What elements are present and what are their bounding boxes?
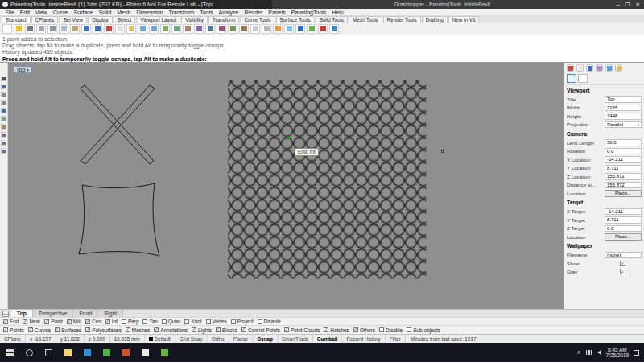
join-icon[interactable] — [205, 24, 215, 34]
checkbox-icon[interactable] — [105, 319, 110, 324]
osnap-toggle[interactable]: Cen — [85, 319, 101, 324]
property-value[interactable]: -14.211 — [605, 156, 642, 163]
filter-toggle[interactable]: Annotations — [154, 327, 188, 333]
checkbox-icon[interactable] — [55, 327, 60, 332]
property-value[interactable]: 155.872 — [605, 173, 642, 180]
copy-icon[interactable] — [59, 24, 68, 34]
checkbox-icon[interactable] — [206, 319, 211, 324]
filter-toggle[interactable]: Control Points — [242, 327, 280, 333]
filter-toggle[interactable]: Point Clouds — [284, 327, 320, 333]
mirror-icon[interactable] — [194, 24, 204, 34]
lock-icon[interactable] — [262, 24, 271, 34]
redo-icon[interactable] — [93, 24, 102, 34]
viewport-canvas[interactable]: Top ▾ End, Int — [8, 63, 564, 309]
filter-toggle[interactable]: Blocks — [216, 327, 237, 333]
select-icon[interactable] — [115, 24, 125, 34]
checkbox-icon[interactable] — [324, 327, 328, 332]
transform-icon[interactable] — [1, 148, 6, 154]
help-icon[interactable] — [329, 24, 339, 34]
render-icon[interactable] — [295, 24, 305, 34]
toolbar-tab[interactable]: Viewport Layout — [136, 16, 180, 23]
toolbar-tab[interactable]: Drafting — [422, 16, 448, 23]
status-pane-toggle[interactable]: Record History — [342, 335, 385, 343]
circle-icon[interactable] — [1, 92, 6, 97]
osnap-toggle[interactable]: Knot — [184, 319, 201, 324]
explode-icon[interactable] — [217, 24, 226, 34]
property-value[interactable]: 155.872 — [605, 182, 642, 189]
property-value[interactable]: Place... — [605, 233, 642, 241]
chevron-up-icon[interactable]: ∧ — [576, 349, 580, 356]
start-button[interactable] — [0, 343, 19, 362]
checkbox-icon[interactable] — [85, 319, 90, 324]
polyline-icon[interactable] — [1, 84, 6, 89]
taskbar-app-button[interactable] — [116, 343, 135, 362]
checkbox-icon[interactable] — [28, 327, 33, 332]
checkbox-icon[interactable] — [379, 327, 384, 332]
osnap-toggle[interactable]: Project — [231, 319, 254, 324]
osnap-toggle[interactable]: Int — [105, 319, 118, 324]
toolbar-tab[interactable]: Surface Tools — [276, 16, 315, 23]
checkbox-icon[interactable] — [184, 319, 189, 324]
property-value[interactable]: 1448 — [605, 113, 642, 120]
scale-icon[interactable] — [183, 24, 192, 34]
property-value[interactable]: -14.211 — [605, 208, 642, 216]
menu-item[interactable]: Dimension — [134, 10, 166, 15]
cortana-search-button[interactable] — [19, 343, 39, 362]
menu-item[interactable]: Surface — [71, 10, 96, 15]
checkbox-icon[interactable] — [284, 327, 289, 332]
curve-icon[interactable] — [1, 108, 6, 113]
menu-item[interactable]: Render — [242, 10, 266, 15]
help-icon[interactable] — [605, 64, 613, 72]
menu-item[interactable]: Edit — [17, 10, 32, 15]
checkbox-icon[interactable] — [44, 319, 49, 324]
checkbox-icon[interactable] — [216, 327, 221, 332]
rotate-icon[interactable] — [171, 24, 181, 34]
property-checkbox[interactable] — [620, 269, 625, 274]
checkbox-icon[interactable] — [23, 319, 27, 324]
filter-toggle[interactable]: Surfaces — [55, 327, 81, 333]
menu-item[interactable]: PanelingTools — [288, 10, 329, 15]
task-view-button[interactable] — [39, 343, 58, 362]
menu-item[interactable]: Solid — [96, 10, 114, 15]
viewport-tab[interactable]: Right — [98, 310, 123, 317]
toolbar-tab[interactable]: CPlanes — [31, 16, 59, 23]
status-pane-toggle[interactable]: Planar — [229, 335, 253, 343]
grasshopper-title-bar[interactable]: Grasshopper - PanelingTools_InsideRevit.… — [272, 0, 644, 9]
viewport-title[interactable]: Top ▾ — [13, 66, 32, 73]
save-icon[interactable] — [25, 24, 35, 34]
toolbar-tab[interactable]: Transform — [208, 16, 239, 23]
taskbar-app-button[interactable] — [77, 343, 97, 362]
menu-item[interactable]: Mesh — [114, 10, 134, 15]
surface-icon[interactable] — [1, 116, 6, 121]
status-pane-toggle[interactable]: Gumball — [313, 335, 343, 343]
property-value[interactable]: 0.0 — [605, 225, 642, 232]
osnap-toggle[interactable]: Vertex — [206, 319, 227, 324]
filter-toggle[interactable]: Curves — [28, 327, 51, 333]
viewport-tab[interactable]: Perspective — [33, 310, 74, 317]
property-value[interactable]: Top — [605, 96, 642, 103]
move-icon[interactable] — [160, 24, 170, 34]
toolbar-tab[interactable]: Select — [114, 16, 136, 23]
undo-icon[interactable] — [81, 24, 91, 34]
menu-item[interactable]: View — [32, 10, 50, 15]
osnap-toggle[interactable]: Disable — [258, 319, 281, 324]
status-pane-toggle[interactable]: Filter — [386, 335, 406, 343]
layer-pane[interactable]: Default — [145, 335, 175, 343]
close-button[interactable]: ✕ — [636, 2, 640, 8]
toolbar-tab[interactable]: New in V6 — [448, 16, 480, 23]
property-value[interactable]: Parallel — [605, 121, 642, 129]
minimize-button[interactable]: – — [617, 2, 620, 8]
checkbox-icon[interactable] — [231, 319, 236, 324]
split-icon[interactable] — [239, 24, 249, 34]
taskbar-app-button[interactable] — [97, 343, 116, 362]
action-center-icon[interactable] — [634, 350, 639, 356]
toolbar-tab[interactable]: Visibility — [181, 16, 208, 23]
checkbox-icon[interactable] — [126, 327, 130, 332]
viewport-properties-tab[interactable] — [567, 74, 576, 83]
osnap-toggle[interactable]: End — [3, 319, 19, 324]
menu-item[interactable]: Transform — [166, 10, 197, 15]
trim-icon[interactable] — [228, 24, 237, 34]
taskbar-app-button[interactable] — [155, 343, 174, 362]
toolbar-tab[interactable]: Set View — [59, 16, 87, 23]
filter-toggle[interactable]: Meshes — [126, 327, 150, 333]
